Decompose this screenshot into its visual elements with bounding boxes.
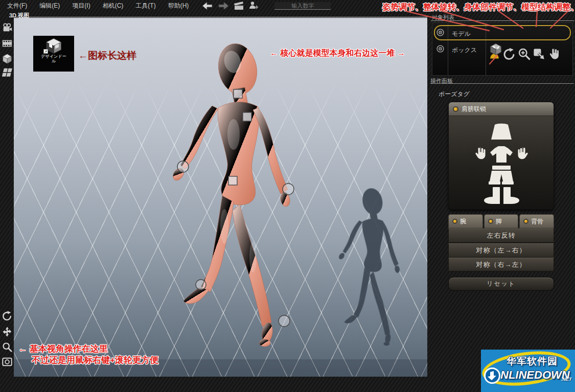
part-zoom-icon[interactable] — [517, 47, 531, 61]
object-list-rule — [431, 20, 574, 21]
torso-vest-icon — [491, 124, 512, 140]
structure-adjust-icon[interactable] — [532, 47, 546, 61]
t-shirt-icon — [490, 146, 513, 163]
operation-panel-rule — [430, 83, 574, 84]
left-hand-icon — [475, 148, 485, 159]
tab-spine-label: 背骨 — [531, 217, 543, 226]
watermark-brand: NLINEDOWN — [500, 368, 570, 382]
undo-arrow-icon[interactable] — [202, 2, 213, 10]
download-arrow-icon — [484, 367, 501, 384]
cube-tool-icon[interactable] — [2, 53, 13, 65]
redo-arrow-icon[interactable] — [218, 2, 229, 10]
body-part-icons[interactable] — [449, 116, 554, 210]
shorts-icon — [489, 166, 514, 185]
status-dot-icon — [523, 219, 528, 224]
watermark-site-name: 华军软件园 — [507, 355, 558, 368]
status-dot-icon — [452, 219, 457, 224]
status-dot-icon — [453, 106, 458, 112]
pose-group-title: 肩膀联锁 — [462, 105, 486, 113]
3d-viewport[interactable]: ↗ デザインドー ル — [14, 18, 427, 377]
number-input[interactable] — [274, 2, 331, 10]
chest-handle — [243, 112, 251, 121]
menu-edit[interactable]: 编辑(E) — [39, 2, 60, 10]
add-figure-icon[interactable] — [248, 1, 258, 10]
camera-icon[interactable] — [2, 22, 13, 34]
rotate-view-icon[interactable] — [2, 310, 13, 322]
annotation-toolbar-functions: 姿势调节、整体旋转、身体部件调节、模型结构调整、手 — [382, 2, 575, 13]
flip-lr-button[interactable]: 左右反转 — [448, 228, 554, 243]
annotation-core: ← 核心就是模型本身和右边这一堆 → — [270, 48, 405, 59]
hand-tool-icon[interactable] — [547, 47, 561, 61]
scene-canvas — [14, 18, 427, 377]
shortcut-arrow-icon: ↗ — [43, 49, 48, 54]
hip-handle — [228, 176, 237, 185]
menu-tools[interactable]: 工具(T) — [135, 2, 155, 10]
floor-tiles-icon[interactable] — [2, 67, 13, 79]
zoom-view-icon[interactable] — [2, 341, 13, 354]
limb-tab-row: 腕 脚 背骨 — [448, 214, 554, 228]
neck-handle — [234, 89, 242, 98]
frame-view-icon[interactable] — [2, 356, 13, 368]
visibility-eye-icon[interactable] — [436, 28, 445, 37]
status-dot-icon — [488, 219, 493, 224]
pose-group-header[interactable]: 肩膀联锁 — [449, 102, 554, 116]
pan-view-icon[interactable] — [2, 326, 13, 338]
tab-arm-label: 腕 — [460, 217, 466, 226]
object-row-model[interactable]: モデル — [452, 30, 471, 38]
clapperboard-icon[interactable] — [234, 1, 244, 10]
mannequin-figure[interactable] — [171, 40, 291, 347]
filmstrip-icon[interactable] — [2, 38, 13, 50]
mirror-l2r-button[interactable]: 对称（左→右） — [448, 243, 554, 258]
object-row-box[interactable]: ボックス — [452, 46, 477, 55]
menu-help[interactable]: 帮助(H) — [168, 2, 189, 10]
menu-project[interactable]: 项目(I) — [72, 2, 90, 10]
right-ankle-handle — [279, 315, 290, 327]
annotation-view-controls-1: ← 基本视角操作在这里 — [18, 343, 108, 355]
designdoll-desktop-icon: ↗ デザインドー ル — [33, 36, 74, 72]
watermark-brand-suffix: .NET — [561, 377, 572, 382]
desktop-icon-caption: デザインドー — [41, 54, 66, 59]
rotate-whole-icon[interactable] — [502, 47, 516, 61]
visibility-eye-icon[interactable] — [436, 44, 445, 53]
left-sidebar — [0, 18, 14, 392]
pose-tag-panel: 肩膀联锁 — [448, 102, 554, 210]
tab-leg[interactable]: 脚 — [484, 214, 519, 228]
silhouette-figure[interactable] — [338, 187, 400, 346]
tab-leg-label: 脚 — [496, 217, 502, 226]
reset-button[interactable]: リセット — [448, 277, 554, 291]
extra-model-cube-icon[interactable] — [489, 43, 502, 56]
left-wrist-handle — [177, 161, 189, 172]
viewport-title-rule — [9, 17, 427, 17]
object-list-panel: モデル ボックス — [432, 22, 573, 76]
desktop-icon-caption2: ル — [52, 59, 56, 63]
menu-camera[interactable]: 相机(C) — [103, 2, 124, 10]
boots-icon — [484, 187, 519, 204]
pose-group-body — [449, 116, 554, 210]
tab-arm[interactable]: 腕 — [448, 214, 483, 228]
annotation-app-icon: ←图标长这样 — [78, 49, 136, 62]
right-wrist-handle — [283, 183, 294, 195]
annotation-view-controls-2: 不过还是用鼠标右键+滚轮更方便 — [32, 354, 158, 366]
mirror-r2l-button[interactable]: 对称（右→左） — [448, 258, 554, 271]
right-hand-icon — [518, 148, 528, 159]
tab-spine[interactable]: 背骨 — [519, 214, 554, 228]
left-ankle-handle — [196, 280, 206, 290]
pose-tag-title: ポーズタグ — [439, 90, 470, 99]
menu-file[interactable]: 文件(F) — [7, 2, 27, 10]
onlinedown-watermark: 华军软件园 NLINEDOWN .NET — [481, 350, 575, 392]
